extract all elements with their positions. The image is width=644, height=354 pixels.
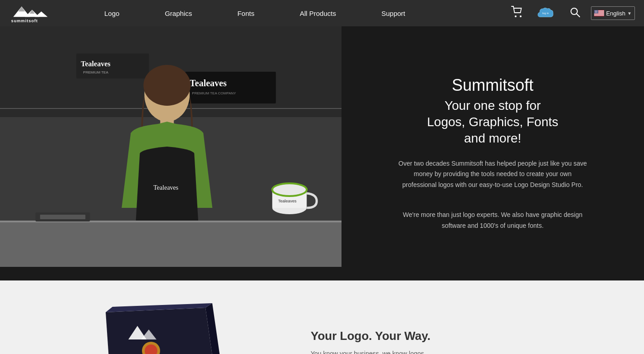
hero-subtitle-1: Your one stop for	[444, 98, 541, 113]
svg-text:Tealeaves: Tealeaves	[153, 184, 178, 191]
hero-subtitle-3: and more!	[464, 131, 521, 146]
svg-point-33	[595, 12, 595, 13]
svg-rect-55	[0, 221, 342, 267]
svg-point-27	[597, 11, 598, 11]
svg-rect-16	[594, 14, 604, 15]
svg-marker-2	[35, 11, 48, 17]
search-icon[interactable]	[566, 5, 584, 21]
hero-section: Tealeaves PREMIUM TEA Tealeaves PREMIUM …	[0, 26, 644, 280]
nav-fonts[interactable]: Fonts	[215, 0, 277, 26]
svg-point-28	[595, 11, 595, 12]
svg-point-26	[596, 11, 597, 11]
svg-line-10	[576, 14, 580, 17]
hero-image: Tealeaves PREMIUM TEA Tealeaves PREMIUM …	[0, 26, 342, 280]
cart-icon[interactable]	[507, 4, 527, 23]
svg-point-39	[596, 13, 596, 13]
svg-marker-3	[18, 6, 25, 11]
bottom-content: Your Logo. Your Way. You know your busin…	[293, 329, 617, 354]
login-button[interactable]: log in	[535, 5, 559, 21]
hero-description-1: Over two decades Summitsoft has helped p…	[397, 158, 588, 191]
language-caret-icon: ▼	[627, 11, 632, 16]
svg-point-19	[595, 10, 595, 11]
svg-point-23	[597, 10, 598, 11]
bottom-description: You know your business, we know logos.	[311, 349, 617, 354]
svg-rect-17	[594, 15, 604, 16]
svg-point-20	[595, 10, 596, 11]
hero-description-2: We're more than just logo experts. We al…	[397, 210, 588, 231]
flag-icon	[594, 10, 604, 16]
nav-all-products[interactable]: All Products	[277, 0, 359, 26]
svg-point-37	[595, 13, 595, 13]
svg-text:summitsoft: summitsoft	[11, 19, 38, 23]
svg-point-25	[596, 11, 596, 11]
svg-point-34	[596, 12, 596, 13]
svg-text:Tealeaves: Tealeaves	[278, 199, 297, 203]
svg-point-40	[597, 13, 597, 13]
svg-text:log in: log in	[542, 12, 549, 15]
language-selector[interactable]: English ▼	[591, 6, 635, 20]
svg-point-6	[515, 15, 517, 17]
nav-support[interactable]: Support	[359, 0, 428, 26]
site-header: summitsoft Logo Graphics Fonts All Produ…	[0, 0, 644, 26]
svg-point-21	[596, 10, 596, 11]
svg-point-38	[595, 13, 596, 13]
svg-point-29	[595, 11, 596, 12]
nav-graphics[interactable]: Graphics	[142, 0, 215, 26]
bottom-title: Your Logo. Your Way.	[311, 329, 617, 343]
header-actions: log in	[507, 4, 635, 23]
svg-point-41	[597, 13, 598, 13]
site-logo[interactable]: summitsoft	[9, 2, 63, 25]
svg-text:Tealeaves: Tealeaves	[81, 60, 110, 68]
hero-title: Summitsoft	[452, 76, 533, 95]
nav-logo[interactable]: Logo	[82, 0, 142, 26]
svg-point-32	[597, 11, 598, 12]
main-nav: Logo Graphics Fonts All Products Support	[82, 0, 507, 26]
svg-text:Tealeaves: Tealeaves	[190, 78, 227, 88]
hero-subtitle-2: Logos, Graphics, Fonts	[427, 115, 558, 129]
bottom-section: summitsoft Your Logo. Your Way. You know…	[0, 280, 644, 354]
language-label: English	[606, 10, 625, 17]
svg-point-31	[597, 11, 597, 12]
svg-point-30	[596, 11, 596, 12]
svg-point-52	[143, 65, 190, 106]
svg-point-22	[597, 10, 597, 11]
svg-point-35	[596, 12, 597, 13]
svg-marker-64	[106, 308, 215, 354]
svg-rect-63	[40, 215, 85, 219]
svg-text:PREMIUM TEA: PREMIUM TEA	[83, 70, 108, 74]
hero-barista-image: Tealeaves PREMIUM TEA Tealeaves PREMIUM …	[0, 26, 342, 267]
svg-point-24	[595, 11, 595, 11]
bottom-product-image: summitsoft	[27, 299, 293, 354]
svg-point-36	[597, 12, 598, 13]
svg-point-7	[520, 15, 522, 17]
hero-content: Summitsoft Your one stop for Logos, Grap…	[342, 26, 644, 280]
svg-text:PREMIUM TEA COMPANY: PREMIUM TEA COMPANY	[192, 91, 236, 95]
product-box-svg: summitsoft	[88, 299, 233, 354]
